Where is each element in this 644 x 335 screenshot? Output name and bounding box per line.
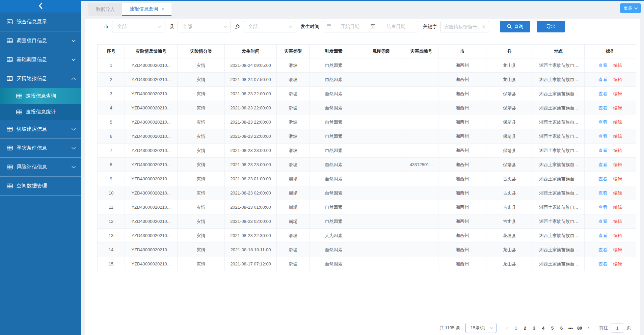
view-link[interactable]: 查看 bbox=[598, 176, 607, 181]
cell-city: 湘西州 bbox=[438, 257, 486, 271]
end-date-placeholder[interactable]: 结束日期 bbox=[377, 24, 414, 30]
cell-city: 湘西州 bbox=[438, 200, 486, 214]
tab-active[interactable]: 速报信息查询× bbox=[122, 3, 171, 16]
cell-category: 灾情 bbox=[178, 186, 225, 200]
edit-link[interactable]: 编辑 bbox=[613, 148, 622, 153]
edit-link[interactable]: 编辑 bbox=[613, 162, 622, 167]
sidebar-item[interactable]: 综合信息展示 bbox=[0, 12, 81, 31]
view-link[interactable]: 查看 bbox=[598, 105, 607, 110]
search-button[interactable]: 查询 bbox=[500, 21, 530, 32]
sidebar-item[interactable]: 调查项目信息 bbox=[0, 31, 81, 50]
cell-cause: 人为因素 bbox=[310, 229, 358, 243]
view-link[interactable]: 查看 bbox=[598, 233, 607, 238]
edit-link[interactable]: 编辑 bbox=[613, 63, 622, 68]
view-link[interactable]: 查看 bbox=[598, 205, 607, 210]
edit-link[interactable]: 编辑 bbox=[613, 247, 622, 252]
sidebar-collapse-button[interactable] bbox=[0, 0, 81, 12]
cell-scale bbox=[358, 58, 404, 73]
time-filter-label: 发生时间 bbox=[300, 24, 319, 30]
next-page-button[interactable]: › bbox=[584, 325, 593, 331]
page-number[interactable]: 80 bbox=[575, 326, 584, 331]
cell-type: 滑坡 bbox=[277, 129, 310, 144]
cell-cause: 自然因素 bbox=[310, 243, 358, 257]
town-select[interactable]: 全部 bbox=[243, 21, 296, 32]
edit-link[interactable]: 编辑 bbox=[613, 77, 622, 82]
cell-city: 湘西州 bbox=[438, 87, 486, 101]
chevron-down-icon bbox=[158, 26, 162, 28]
sidebar-item[interactable]: 灾情速报信息 bbox=[0, 69, 81, 88]
edit-link[interactable]: 编辑 bbox=[613, 176, 622, 181]
cell-code: YZD43000020210... bbox=[125, 257, 178, 271]
tab[interactable]: 数据导入 bbox=[88, 3, 122, 16]
table-row: 13YZD43000020210...灾情2021-08-23 22:30:00… bbox=[98, 229, 636, 243]
edit-link[interactable]: 编辑 bbox=[613, 205, 622, 210]
top-accent-line bbox=[81, 0, 644, 1]
sidebar-item[interactable]: 风险评估信息 bbox=[0, 158, 81, 177]
view-link[interactable]: 查看 bbox=[598, 120, 607, 125]
cell-county: 龙山县 bbox=[486, 257, 533, 271]
cell-actions: 查看编辑 bbox=[585, 229, 636, 243]
cell-location: 湘西土家族苗族自... bbox=[533, 229, 585, 243]
cell-county: 保靖县 bbox=[486, 115, 533, 129]
page-number[interactable]: 3 bbox=[530, 326, 539, 331]
cell-code: YZD43000020210... bbox=[125, 129, 178, 144]
cell-seq: 15 bbox=[98, 257, 125, 271]
cell-seq: 11 bbox=[98, 200, 125, 214]
page-numbers: 123456•••80 bbox=[511, 326, 584, 331]
page-number[interactable]: 6 bbox=[557, 326, 566, 331]
page-size-select[interactable]: 15条/页 bbox=[465, 323, 497, 333]
more-button[interactable]: 更多 bbox=[620, 3, 641, 13]
edit-link[interactable]: 编辑 bbox=[613, 233, 622, 238]
page-number[interactable]: 5 bbox=[548, 326, 557, 331]
view-link[interactable]: 查看 bbox=[598, 261, 607, 266]
view-link[interactable]: 查看 bbox=[598, 148, 607, 153]
goto-page-input[interactable] bbox=[611, 323, 624, 333]
view-link[interactable]: 查看 bbox=[598, 134, 607, 139]
view-link[interactable]: 查看 bbox=[598, 247, 607, 252]
edit-link[interactable]: 编辑 bbox=[613, 219, 622, 224]
edit-link[interactable]: 编辑 bbox=[613, 190, 622, 196]
cell-cause: 自然因素 bbox=[310, 144, 358, 158]
cell-county: 龙山县 bbox=[486, 58, 533, 73]
cell-scale bbox=[358, 101, 404, 115]
start-date-placeholder[interactable]: 开始日期 bbox=[331, 24, 369, 30]
export-button[interactable]: 导出 bbox=[537, 21, 565, 32]
cell-county: 保靖县 bbox=[486, 101, 533, 115]
page-number[interactable]: 4 bbox=[539, 326, 548, 331]
edit-link[interactable]: 编辑 bbox=[613, 134, 622, 139]
chevron-down-icon bbox=[72, 147, 76, 150]
chevron-down-icon bbox=[72, 58, 76, 61]
cell-cause: 自然因素 bbox=[310, 115, 358, 129]
keyword-input[interactable] bbox=[440, 21, 489, 32]
view-link[interactable]: 查看 bbox=[598, 219, 607, 224]
sidebar-item[interactable]: 孕灾条件信息 bbox=[0, 139, 81, 158]
sidebar-subitem-active[interactable]: 速报信息查询 bbox=[0, 88, 81, 104]
sidebar-item[interactable]: 切坡建房信息 bbox=[0, 120, 81, 139]
page-number[interactable]: 1 bbox=[511, 326, 520, 331]
view-link[interactable]: 查看 bbox=[598, 162, 607, 167]
table-row: 3YZD43000020210...灾情2021-08-23 22:00:00滑… bbox=[98, 87, 636, 101]
city-select[interactable]: 全部 bbox=[112, 21, 165, 32]
edit-link[interactable]: 编辑 bbox=[613, 91, 622, 96]
sidebar-item[interactable]: 空间数据管理 bbox=[0, 177, 81, 196]
edit-link[interactable]: 编辑 bbox=[613, 120, 622, 125]
view-link[interactable]: 查看 bbox=[598, 91, 607, 96]
cell-code: YZD43000020210... bbox=[125, 115, 178, 129]
view-link[interactable]: 查看 bbox=[598, 63, 607, 68]
prev-page-button[interactable]: ‹ bbox=[503, 325, 511, 331]
tabs: 数据导入速报信息查询× bbox=[88, 3, 171, 16]
calendar-icon bbox=[326, 24, 331, 30]
cell-city: 湘西州 bbox=[438, 144, 486, 158]
view-link[interactable]: 查看 bbox=[598, 190, 607, 196]
page-number[interactable]: 2 bbox=[520, 326, 530, 331]
edit-link[interactable]: 编辑 bbox=[613, 105, 622, 110]
county-select[interactable]: 全部 bbox=[178, 21, 231, 32]
sidebar-subitem[interactable]: 速报信息统计 bbox=[0, 104, 81, 120]
date-range-picker[interactable]: 开始日期 至 结束日期 bbox=[323, 21, 418, 32]
view-link[interactable]: 查看 bbox=[598, 77, 607, 82]
cell-county: 保靖县 bbox=[486, 129, 533, 144]
sidebar-item[interactable]: 基础调查信息 bbox=[0, 50, 81, 69]
close-icon[interactable]: × bbox=[161, 6, 164, 11]
column-header: 地点 bbox=[533, 45, 585, 58]
edit-link[interactable]: 编辑 bbox=[613, 261, 622, 266]
